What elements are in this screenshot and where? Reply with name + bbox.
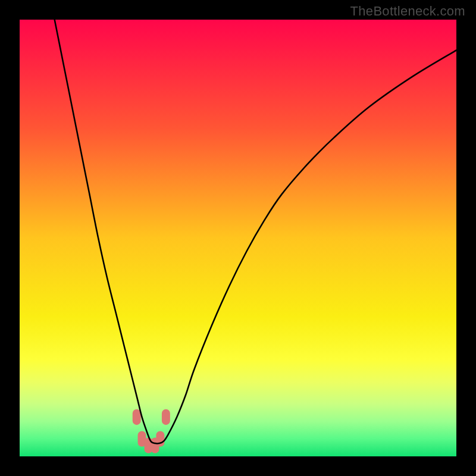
watermark-text: TheBottleneck.com — [350, 4, 465, 19]
gradient-background — [20, 20, 456, 456]
chart-frame: TheBottleneck.com — [0, 0, 476, 476]
curve-marker — [156, 431, 164, 446]
curve-marker — [133, 409, 141, 425]
bottleneck-chart — [20, 20, 456, 456]
curve-marker — [162, 409, 170, 425]
